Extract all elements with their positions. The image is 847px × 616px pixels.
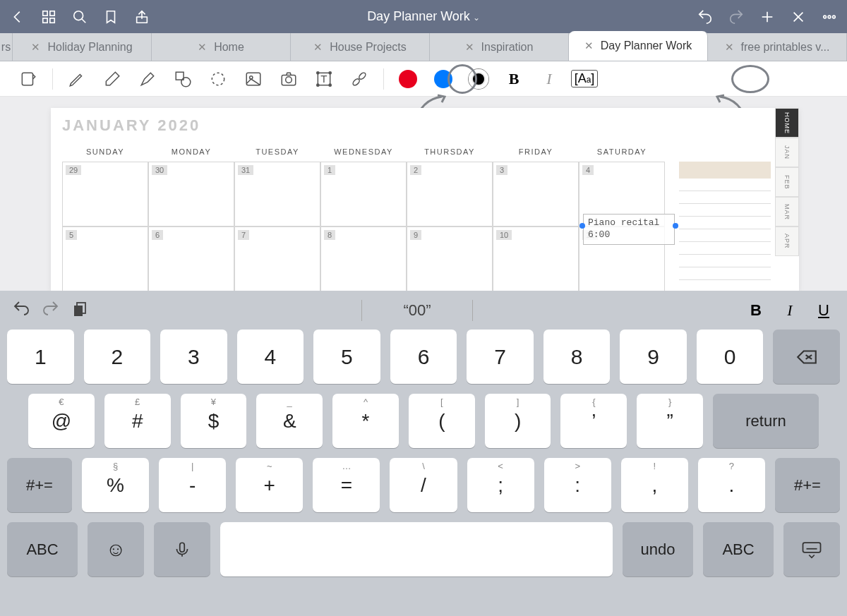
key-comma[interactable]: !, — [621, 458, 688, 512]
day-cell[interactable]: 2 — [407, 162, 493, 227]
document-title[interactable]: Day Planner Work⌄ — [152, 9, 695, 24]
color-blue[interactable] — [428, 64, 459, 95]
tab-home[interactable]: ✕Home — [152, 33, 291, 61]
key-quote[interactable]: }” — [637, 394, 703, 448]
eraser-tool-icon[interactable] — [97, 64, 128, 95]
undo-icon[interactable] — [695, 6, 716, 28]
suggestion[interactable]: “00” — [375, 301, 459, 320]
notes-column[interactable] — [679, 162, 771, 291]
text-box[interactable]: Piano recital6:00 — [583, 214, 675, 245]
resize-handle[interactable] — [673, 223, 678, 229]
kbd-italic[interactable]: I — [779, 301, 800, 320]
key-abc-right[interactable]: ABC — [703, 522, 774, 576]
kbd-undo-icon[interactable] — [13, 301, 30, 320]
day-cell[interactable]: 10 — [493, 227, 579, 291]
key-rparen[interactable]: ]) — [485, 394, 551, 448]
kbd-bold[interactable]: B — [745, 301, 767, 320]
search-icon[interactable] — [69, 6, 90, 28]
italic-toggle[interactable]: I — [534, 64, 565, 95]
kbd-underline[interactable]: U — [813, 301, 834, 320]
bold-toggle[interactable]: B — [498, 64, 529, 95]
key-4[interactable]: 4 — [237, 330, 304, 384]
key-slash[interactable]: \/ — [390, 458, 457, 512]
side-tab-mar[interactable]: MAR — [775, 197, 799, 227]
key-symbols-right[interactable]: #+= — [775, 458, 840, 512]
side-tab-apr[interactable]: APR — [775, 227, 799, 256]
key-hide-keyboard-icon[interactable] — [783, 522, 840, 576]
key-period[interactable]: ?. — [698, 458, 765, 512]
close-tab-icon[interactable]: ✕ — [31, 41, 40, 54]
share-icon[interactable] — [131, 6, 152, 28]
key-percent[interactable]: §% — [82, 458, 149, 512]
lasso-tool-icon[interactable] — [203, 64, 234, 95]
tab-printables[interactable]: ✕free printables v... — [708, 33, 847, 61]
key-apos[interactable]: {’ — [560, 394, 627, 448]
key-plus[interactable]: ~+ — [236, 458, 303, 512]
key-8[interactable]: 8 — [543, 330, 611, 384]
pen-tool-icon[interactable] — [61, 64, 92, 95]
image-tool-icon[interactable] — [238, 64, 269, 95]
color-red[interactable] — [392, 64, 424, 95]
key-equals[interactable]: …= — [313, 458, 380, 512]
grid-icon[interactable] — [38, 6, 59, 28]
key-semi[interactable]: <; — [467, 458, 534, 512]
day-cell[interactable]: 9 — [407, 227, 493, 291]
close-tab-icon[interactable]: ✕ — [313, 41, 323, 54]
key-5[interactable]: 5 — [313, 330, 380, 384]
tab-inspiration[interactable]: ✕Inspiration — [430, 33, 569, 61]
key-9[interactable]: 9 — [620, 330, 687, 384]
day-cell[interactable]: 31 — [234, 162, 320, 227]
close-tab-icon[interactable]: ✕ — [584, 40, 594, 52]
key-7[interactable]: 7 — [467, 330, 534, 384]
planner-page[interactable]: JANUARY 2020 SUNDAYMONDAYTUESDAYWEDNESDA… — [51, 108, 799, 291]
key-2[interactable]: 2 — [84, 330, 151, 384]
readonly-tool-icon[interactable] — [13, 64, 44, 95]
close-tab-icon[interactable]: ✕ — [465, 41, 474, 54]
tab-house-projects[interactable]: ✕House Projects — [291, 33, 430, 61]
text-style-button[interactable]: [Aa] — [569, 64, 600, 95]
key-minus[interactable]: |- — [159, 458, 226, 512]
key-amp[interactable]: _& — [256, 394, 323, 448]
day-cell[interactable]: 1 — [320, 162, 407, 227]
key-dictation-icon[interactable] — [154, 522, 210, 576]
key-return[interactable]: return — [713, 394, 819, 448]
key-lparen[interactable]: [( — [409, 394, 475, 448]
tab-day-planner[interactable]: ✕Day Planner Work — [569, 31, 708, 61]
close-tab-icon[interactable]: ✕ — [198, 41, 207, 54]
close-tab-icon[interactable]: ✕ — [725, 41, 734, 54]
key-backspace[interactable] — [773, 330, 840, 384]
key-space[interactable] — [220, 522, 613, 576]
key-star[interactable]: ^* — [332, 394, 399, 448]
day-cell[interactable]: 8 — [320, 227, 407, 291]
side-tab-jan[interactable]: JAN — [775, 138, 799, 167]
color-picker[interactable] — [463, 64, 494, 95]
key-symbols[interactable]: #+= — [7, 458, 72, 512]
redo-icon[interactable] — [726, 6, 747, 28]
key-undo[interactable]: undo — [623, 522, 693, 576]
tab-holiday[interactable]: ✕Holiday Planning — [13, 33, 152, 61]
day-cell[interactable]: 7 — [234, 227, 320, 291]
highlighter-tool-icon[interactable] — [132, 64, 163, 95]
day-cell[interactable]: 3 — [493, 162, 579, 227]
calendar-grid[interactable]: 29 30 31 1 2 3 4 5 6 7 8 9 10 11 — [62, 162, 665, 291]
day-cell[interactable]: 6 — [148, 227, 234, 291]
kbd-redo-icon[interactable] — [42, 301, 59, 320]
day-cell[interactable]: 30 — [148, 162, 234, 227]
more-icon[interactable] — [819, 6, 840, 28]
camera-tool-icon[interactable] — [273, 64, 304, 95]
bookmark-icon[interactable] — [100, 6, 121, 28]
side-tab-home[interactable]: HOME — [775, 108, 799, 138]
back-icon[interactable] — [7, 6, 28, 28]
key-abc-left[interactable]: ABC — [7, 522, 78, 576]
key-at[interactable]: €@ — [28, 394, 95, 448]
document-canvas[interactable]: TYPE TOOL CUSTOMIZE JANUARY 2020 SUNDAYM… — [0, 97, 847, 291]
day-cell[interactable]: 29 — [62, 162, 148, 227]
text-tool-icon[interactable]: T — [308, 64, 340, 95]
kbd-clipboard-icon[interactable] — [72, 301, 89, 320]
shapes-tool-icon[interactable] — [167, 64, 198, 95]
tab-overflow-left[interactable]: rs — [0, 33, 13, 61]
side-tab-feb[interactable]: FEB — [775, 167, 799, 197]
key-6[interactable]: 6 — [390, 330, 457, 384]
resize-handle[interactable] — [579, 223, 585, 229]
key-colon[interactable]: >: — [544, 458, 611, 512]
